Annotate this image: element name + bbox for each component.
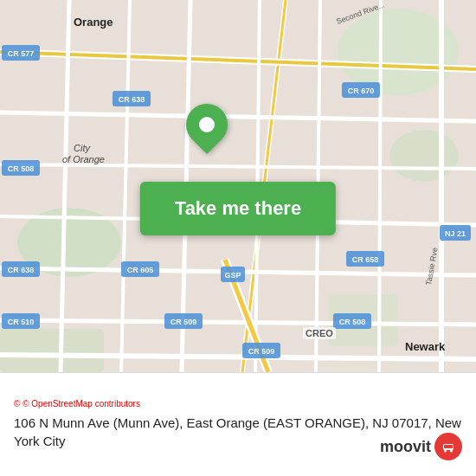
- svg-text:NJ 21: NJ 21: [445, 229, 466, 238]
- svg-text:CR 509: CR 509: [170, 318, 197, 326]
- attribution: © © OpenStreetMap contributors: [14, 399, 462, 408]
- svg-text:of Orange: of Orange: [62, 154, 105, 164]
- svg-text:CR 638: CR 638: [8, 266, 35, 274]
- svg-text:CR 509: CR 509: [248, 347, 275, 356]
- svg-text:CR 658: CR 658: [352, 255, 379, 264]
- svg-point-3: [389, 130, 459, 182]
- moovit-bus-icon: [440, 438, 457, 455]
- svg-text:Newark: Newark: [405, 340, 446, 353]
- bottom-panel: © © OpenStreetMap contributors 106 N Mun…: [0, 372, 476, 476]
- svg-text:GSP: GSP: [224, 271, 241, 280]
- svg-text:CR 508: CR 508: [339, 318, 366, 326]
- pin-outer: [177, 95, 236, 154]
- svg-text:CR 638: CR 638: [119, 95, 145, 104]
- take-me-there-button[interactable]: Take me there: [140, 182, 336, 235]
- svg-text:CR 670: CR 670: [348, 87, 375, 95]
- svg-text:CR 508: CR 508: [8, 164, 35, 173]
- map-pin: [186, 104, 228, 145]
- pin-inner: [199, 117, 215, 132]
- moovit-icon: [434, 433, 462, 460]
- svg-point-61: [444, 450, 447, 453]
- svg-point-62: [450, 450, 453, 453]
- svg-rect-60: [444, 445, 453, 448]
- svg-text:CR 577: CR 577: [8, 49, 35, 58]
- map-container: CR 577 CR 638 CR 670 CR 508 CR 638 CR 60…: [0, 0, 476, 372]
- moovit-logo: moovit: [380, 433, 462, 460]
- svg-text:CR 510: CR 510: [8, 318, 35, 326]
- svg-line-22: [379, 0, 381, 372]
- copyright-symbol: ©: [14, 399, 20, 408]
- svg-text:CR 605: CR 605: [127, 266, 154, 274]
- attribution-text: © OpenStreetMap contributors: [23, 399, 140, 408]
- creo-label: CREO: [303, 327, 336, 339]
- svg-rect-4: [0, 329, 104, 372]
- svg-text:Orange: Orange: [74, 16, 113, 29]
- moovit-text: moovit: [380, 438, 431, 456]
- svg-text:City: City: [74, 143, 91, 153]
